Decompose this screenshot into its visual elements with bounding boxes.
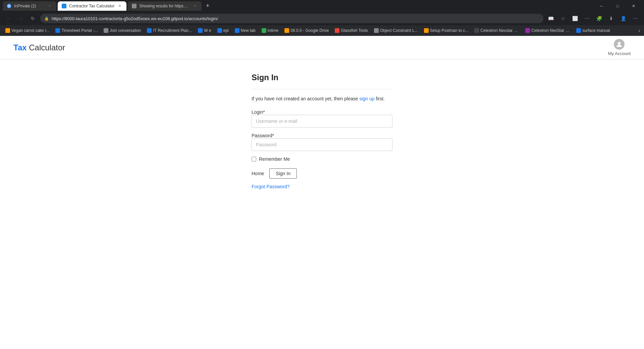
- remember-me-checkbox[interactable]: [252, 157, 256, 161]
- close-button[interactable]: ✕: [626, 1, 641, 11]
- inprivate-favicon: [7, 4, 11, 8]
- login-label: Login*: [252, 109, 265, 115]
- my-account-button[interactable]: My Account: [608, 39, 631, 56]
- bookmark-item[interactable]: epl: [215, 27, 231, 34]
- tab-inprivate[interactable]: InPrivate (2) ✕: [3, 1, 56, 11]
- menu-button[interactable]: ⋯: [631, 14, 640, 23]
- bookmark-label: Glassfish Tools: [341, 28, 368, 33]
- bookmark-object-constraint[interactable]: Object Constraint L...: [371, 27, 421, 34]
- bookmark-label: Timesheet Portal -...: [61, 28, 98, 33]
- bookmark-item[interactable]: Glassfish Tools: [332, 27, 370, 34]
- bookmarks-more-button[interactable]: ›: [637, 27, 641, 35]
- bookmark-item[interactable]: Intime: [259, 27, 281, 34]
- lock-icon: 🔒: [44, 16, 49, 21]
- app-logo: Tax Calculator: [13, 43, 65, 52]
- tab-inprivate-close[interactable]: ✕: [47, 3, 52, 9]
- bookmark-new-tab[interactable]: New tab: [232, 27, 258, 34]
- tab-contractor-close[interactable]: ✕: [117, 3, 122, 9]
- bookmark-item[interactable]: IT Recruitment Plan...: [144, 27, 195, 34]
- sign-in-button[interactable]: Sign In: [269, 168, 297, 179]
- bookmark-item[interactable]: Celestron Nexstar E...: [472, 27, 522, 34]
- bookmark-favicon: [525, 28, 530, 33]
- password-required: *: [272, 133, 274, 138]
- bookmark-item[interactable]: W e: [195, 27, 214, 34]
- refresh-button[interactable]: ↻: [28, 14, 38, 23]
- bookmark-favicon: [217, 28, 222, 33]
- bookmark-favicon: [424, 28, 429, 33]
- bookmark-item[interactable]: Setup Postman to c...: [421, 27, 471, 34]
- logo-rest: Calculator: [27, 43, 65, 52]
- new-tab-button[interactable]: +: [203, 1, 212, 11]
- password-field-group: Password*: [252, 133, 392, 156]
- bookmark-label: Object Constraint L...: [380, 28, 418, 33]
- login-input[interactable]: [252, 115, 392, 128]
- browser-extras-button[interactable]: ⋯: [582, 14, 592, 23]
- contractor-favicon: [62, 4, 66, 8]
- login-required: *: [263, 109, 265, 115]
- profile-button[interactable]: 👤: [619, 14, 628, 23]
- browser-chrome: InPrivate (2) ✕ Contractor Tax Calculato…: [0, 0, 644, 36]
- window-controls: ─ □ ✕: [594, 1, 641, 11]
- bookmark-label: Celestron Nexstar E...: [480, 28, 519, 33]
- login-field-group: Login*: [252, 109, 392, 133]
- password-input[interactable]: [252, 138, 392, 151]
- password-label: Password*: [252, 133, 274, 138]
- bookmark-favicon: [284, 28, 289, 33]
- extensions-button[interactable]: 🧩: [594, 14, 604, 23]
- tab-nu-close[interactable]: ✕: [192, 3, 198, 9]
- divider-top: [252, 89, 392, 89]
- bookmark-favicon: [576, 28, 581, 33]
- app-header: Tax Calculator My Account: [0, 36, 644, 59]
- bookmark-item[interactable]: 08.0.0 - Google Drive: [282, 27, 331, 34]
- svg-point-1: [8, 5, 10, 7]
- bookmark-label: IT Recruitment Plan...: [153, 28, 192, 33]
- bookmark-favicon: [55, 28, 60, 33]
- remember-me-label[interactable]: Remember Me: [259, 156, 290, 162]
- bookmark-label: Setup Postman to c...: [430, 28, 469, 33]
- bookmark-item[interactable]: surface manual: [574, 27, 612, 34]
- page-content: Tax Calculator My Account Sign In If you…: [0, 36, 644, 349]
- forward-button[interactable]: →: [16, 14, 25, 23]
- sign-in-title: Sign In: [252, 73, 392, 82]
- split-view-button[interactable]: ⬜: [570, 14, 580, 23]
- bookmark-item[interactable]: Timesheet Portal -...: [53, 27, 100, 34]
- bookmark-label: 08.0.0 - Google Drive: [290, 28, 329, 33]
- bookmark-favicon: [235, 28, 239, 33]
- tab-contractor-label: Contractor Tax Calculator: [69, 4, 114, 8]
- maximize-button[interactable]: □: [610, 1, 625, 11]
- bookmark-label: W e: [204, 28, 211, 33]
- bookmark-join-conversation[interactable]: Join conversation: [101, 27, 144, 34]
- tab-contractor[interactable]: Contractor Tax Calculator ✕: [58, 1, 126, 11]
- bookmark-favicon: [198, 28, 203, 33]
- signup-text-suffix: first.: [375, 96, 385, 101]
- signup-link[interactable]: sign up: [359, 96, 374, 101]
- bookmarks-bar: Vegan carrot cake r... Timesheet Portal …: [0, 25, 644, 36]
- favorites-button[interactable]: ☆: [558, 14, 568, 23]
- signup-text: If you have not created an account yet, …: [252, 96, 392, 101]
- tab-nu[interactable]: Showing results for https://8000 ✕: [128, 1, 202, 11]
- bookmark-favicon: [262, 28, 266, 33]
- my-account-label: My Account: [608, 51, 631, 56]
- bookmark-label: Join conversation: [110, 28, 141, 33]
- bookmark-favicon: [474, 28, 479, 33]
- bookmark-label: surface manual: [582, 28, 610, 33]
- reader-view-button[interactable]: 📖: [546, 14, 555, 23]
- bookmark-favicon: [5, 28, 10, 33]
- tab-inprivate-label: InPrivate (2): [14, 4, 44, 8]
- bookmark-item[interactable]: Celestron NexStar E...: [523, 27, 573, 34]
- main-content: Sign In If you have not created an accou…: [0, 59, 644, 189]
- home-link[interactable]: Home: [252, 171, 264, 176]
- bookmark-favicon: [147, 28, 152, 33]
- back-button[interactable]: ←: [4, 14, 13, 23]
- bookmark-favicon: [335, 28, 339, 33]
- address-box[interactable]: 🔒 https://8000-laura10101-contractorta-g…: [40, 14, 543, 23]
- minimize-button[interactable]: ─: [594, 1, 609, 11]
- downloads-button[interactable]: ⬇: [606, 14, 616, 23]
- bookmark-label: Intime: [268, 28, 279, 33]
- bookmark-item[interactable]: Vegan carrot cake r...: [3, 27, 52, 34]
- svg-point-2: [618, 42, 621, 45]
- logo-tax: Tax: [13, 43, 27, 52]
- forgot-password-link[interactable]: Forgot Password?: [252, 184, 290, 189]
- bookmark-label: Vegan carrot cake r...: [11, 28, 49, 33]
- title-bar: InPrivate (2) ✕ Contractor Tax Calculato…: [0, 0, 644, 12]
